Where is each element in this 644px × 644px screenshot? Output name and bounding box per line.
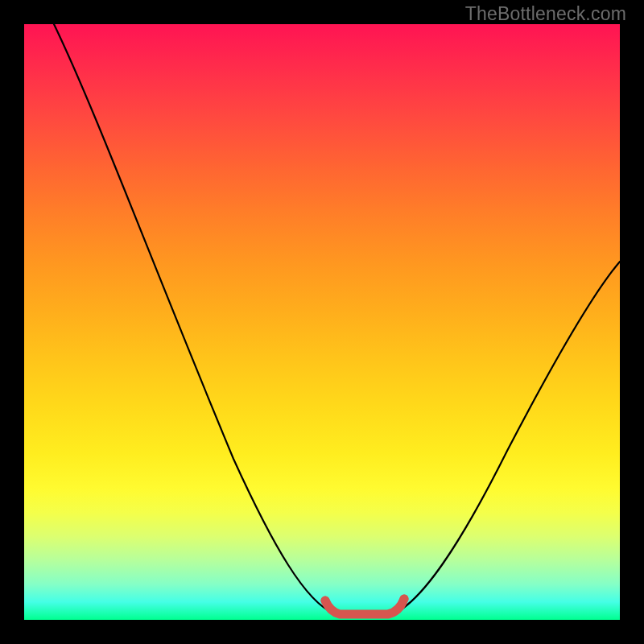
- watermark-text: TheBottleneck.com: [465, 3, 626, 25]
- bottom-marker-dot-left: [321, 597, 330, 605]
- plot-area: [24, 24, 620, 620]
- chart-frame: TheBottleneck.com: [0, 0, 644, 644]
- bottleneck-curve: [54, 24, 620, 613]
- bottom-marker: [325, 599, 404, 614]
- curve-layer: [24, 24, 620, 620]
- bottom-marker-dot-right: [400, 595, 409, 604]
